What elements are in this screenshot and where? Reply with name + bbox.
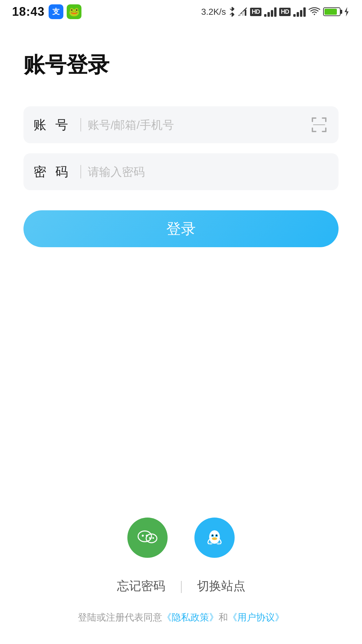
svg-point-17 bbox=[153, 537, 154, 539]
svg-rect-10 bbox=[325, 127, 326, 132]
account-field[interactable]: 账 号 bbox=[23, 106, 339, 143]
qq-login-button[interactable] bbox=[194, 518, 235, 558]
wechat-login-button[interactable] bbox=[127, 518, 168, 558]
terms-text: 登陆或注册代表同意《隐私政策》和《用户协议》 bbox=[78, 611, 284, 624]
privacy-policy-link[interactable]: 《隐私政策》 bbox=[162, 612, 219, 623]
frog-notification-icon: 🐸 bbox=[67, 4, 81, 19]
wechat-icon bbox=[137, 527, 158, 548]
user-agreement-link[interactable]: 《用户协议》 bbox=[228, 612, 284, 623]
field-divider-2 bbox=[80, 165, 81, 178]
status-time: 18:43 bbox=[12, 5, 45, 19]
alipay-notification-icon: 支 bbox=[49, 4, 63, 19]
svg-point-24 bbox=[208, 543, 213, 545]
status-bar: 18:43 支 🐸 3.2K/s HD bbox=[0, 0, 362, 23]
svg-point-25 bbox=[217, 543, 221, 545]
svg-point-14 bbox=[142, 535, 144, 537]
main-content: 账号登录 账 号 密 码 登录 bbox=[0, 23, 362, 247]
password-input[interactable] bbox=[88, 165, 328, 178]
hd-badge-2: HD bbox=[279, 8, 291, 16]
svg-point-21 bbox=[212, 535, 213, 536]
no-signal-icon bbox=[238, 7, 247, 16]
hd-badge-1: HD bbox=[250, 8, 261, 16]
svg-rect-8 bbox=[312, 127, 313, 132]
bluetooth-icon bbox=[229, 7, 235, 17]
svg-point-15 bbox=[146, 535, 148, 537]
bottom-section: 忘记密码 ｜ 切换站点 登陆或注册代表同意《隐私政策》和《用户协议》 bbox=[0, 518, 362, 644]
field-divider-1 bbox=[80, 118, 81, 131]
switch-site-link[interactable]: 切换站点 bbox=[197, 578, 245, 594]
svg-point-16 bbox=[149, 537, 151, 539]
svg-rect-0 bbox=[239, 14, 241, 16]
battery-indicator bbox=[323, 7, 341, 16]
login-button[interactable]: 登录 bbox=[23, 210, 339, 247]
account-input[interactable] bbox=[88, 118, 310, 131]
svg-point-23 bbox=[212, 537, 217, 540]
svg-rect-1 bbox=[242, 12, 244, 16]
page-title: 账号登录 bbox=[23, 50, 339, 79]
svg-rect-6 bbox=[325, 117, 326, 122]
scan-icon[interactable] bbox=[310, 115, 328, 134]
svg-point-12 bbox=[138, 531, 152, 542]
forgot-password-link[interactable]: 忘记密码 bbox=[117, 578, 165, 594]
svg-rect-11 bbox=[313, 124, 325, 125]
svg-rect-2 bbox=[245, 10, 246, 16]
status-left: 18:43 支 🐸 bbox=[12, 4, 81, 19]
link-separator: ｜ bbox=[175, 578, 187, 594]
svg-rect-4 bbox=[312, 117, 313, 122]
status-notification-icons: 支 🐸 bbox=[49, 4, 81, 19]
social-login-icons bbox=[127, 518, 235, 558]
terms-prefix: 登陆或注册代表同意 bbox=[78, 612, 162, 623]
signal-bars-1 bbox=[264, 7, 277, 17]
status-right: 3.2K/s HD HD bbox=[201, 7, 350, 17]
account-label: 账 号 bbox=[34, 116, 74, 133]
password-field[interactable]: 密 码 bbox=[23, 153, 339, 190]
bottom-links: 忘记密码 ｜ 切换站点 bbox=[117, 578, 245, 594]
signal-bars-2 bbox=[293, 7, 306, 17]
password-label: 密 码 bbox=[34, 163, 74, 180]
charging-icon bbox=[343, 7, 350, 17]
qq-icon bbox=[204, 527, 225, 548]
svg-point-22 bbox=[216, 535, 217, 536]
terms-and: 和 bbox=[219, 612, 228, 623]
wifi-icon bbox=[308, 7, 320, 16]
svg-point-18 bbox=[209, 530, 220, 544]
network-speed: 3.2K/s bbox=[201, 7, 226, 17]
